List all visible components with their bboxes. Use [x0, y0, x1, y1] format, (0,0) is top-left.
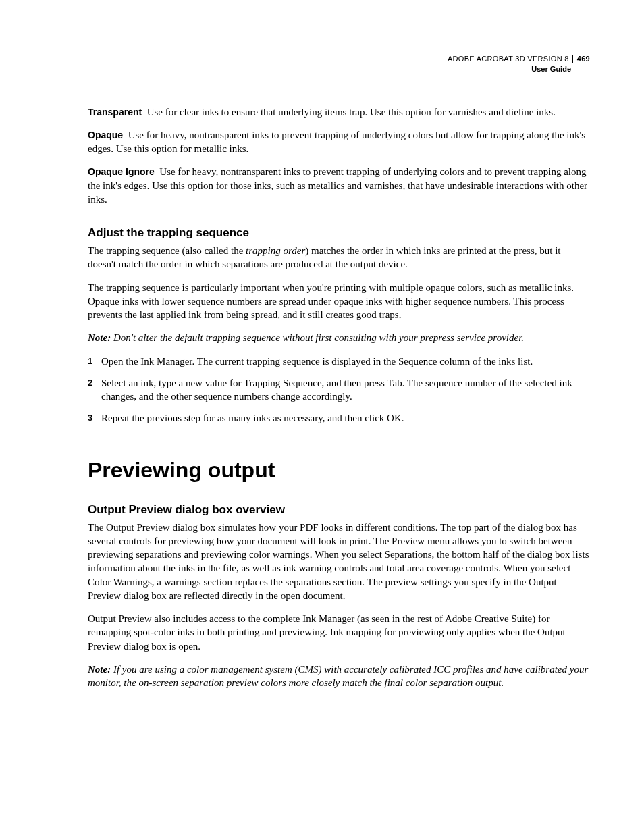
note-label: Note:	[88, 332, 111, 343]
body-paragraph: The Output Preview dialog box simulates …	[88, 521, 590, 603]
body-paragraph: Output Preview also includes access to t…	[88, 612, 590, 653]
step-text: Repeat the previous step for as many ink…	[101, 411, 404, 425]
subhead-output-preview: Output Preview dialog box overview	[88, 503, 590, 517]
note-paragraph: Note: Don't alter the default trapping s…	[88, 331, 590, 344]
term-text: Use for clear inks to ensure that underl…	[147, 107, 556, 118]
body-paragraph: The trapping sequence (also called the t…	[88, 244, 590, 271]
note-text: If you are using a color management syst…	[88, 664, 588, 688]
step-item: 1 Open the Ink Manager. The current trap…	[88, 355, 590, 368]
italic-term: trapping order	[246, 245, 305, 256]
page-number: 469	[572, 55, 590, 63]
step-number: 3	[88, 411, 101, 425]
term-text: Use for heavy, nontransparent inks to pr…	[88, 166, 587, 205]
document-page: ADOBE ACROBAT 3D VERSION 8469 User Guide…	[0, 0, 644, 739]
step-number: 1	[88, 355, 101, 368]
step-number: 2	[88, 376, 101, 404]
step-text: Select an ink, type a new value for Trap…	[101, 376, 590, 404]
note-label: Note:	[88, 664, 111, 675]
note-text: Don't alter the default trapping sequenc…	[111, 332, 524, 343]
step-item: 2 Select an ink, type a new value for Tr…	[88, 376, 590, 404]
term-label: Opaque	[88, 130, 123, 140]
subhead-adjust-trapping: Adjust the trapping sequence	[88, 226, 590, 240]
term-label: Transparent	[88, 107, 142, 118]
definition-opaque: Opaque Use for heavy, nontransparent ink…	[88, 128, 590, 156]
definition-opaque-ignore: Opaque Ignore Use for heavy, nontranspar…	[88, 165, 590, 206]
chapter-heading: Previewing output	[88, 458, 590, 483]
note-paragraph: Note: If you are using a color managemen…	[88, 662, 590, 690]
doc-type: User Guide	[88, 64, 590, 74]
product-name: ADOBE ACROBAT 3D VERSION 8	[448, 55, 569, 63]
step-text: Open the Ink Manager. The current trappi…	[101, 355, 533, 368]
body-paragraph: The trapping sequence is particularly im…	[88, 281, 590, 322]
term-text: Use for heavy, nontransparent inks to pr…	[88, 130, 585, 154]
page-header: ADOBE ACROBAT 3D VERSION 8469 User Guide	[88, 54, 590, 74]
term-label: Opaque Ignore	[88, 166, 155, 177]
step-item: 3 Repeat the previous step for as many i…	[88, 411, 590, 425]
definition-transparent: Transparent Use for clear inks to ensure…	[88, 105, 590, 119]
